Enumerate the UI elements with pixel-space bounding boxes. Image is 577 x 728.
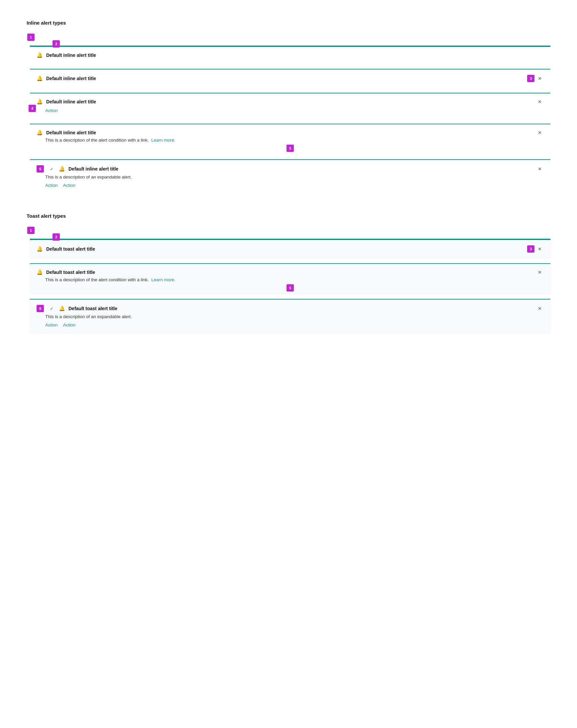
inline-alert-3: 🔔 Default inline alert title ✕ 4 Action (30, 93, 550, 118)
alert-title: Default toast alert title (69, 306, 117, 311)
alert-title: Default inline alert title (46, 53, 96, 58)
alert-actions: Action Action (36, 322, 544, 328)
inline-badge-2: 2 (53, 40, 60, 48)
alert-header: 6 ✓ 🔔 Default toast alert title ✕ (36, 305, 544, 312)
action-link-2[interactable]: Action (63, 183, 76, 188)
alert-description: This is a description of the alert condi… (36, 138, 544, 142)
alert-header: 🔔 Default toast alert title 3 ✕ (36, 245, 544, 253)
inline-alert-5: 6 ✓ 🔔 Default inline alert title ✕ This … (30, 159, 550, 193)
bell-icon: 🔔 (59, 166, 65, 172)
toast-badge-5: 5 (287, 284, 294, 291)
chevron-button[interactable]: ✓ (49, 166, 55, 172)
learn-more-link[interactable]: Learn more. (151, 138, 176, 142)
bell-icon: 🔔 (36, 246, 43, 252)
alert-title-row: 6 ✓ 🔔 Default inline alert title (36, 165, 118, 173)
alert-actions: 4 Action (36, 108, 544, 113)
toast-alert-1: 🔔 Default toast alert title 3 ✕ (30, 239, 550, 258)
alert-title-row: 🔔 Default toast alert title (36, 246, 95, 252)
action-link-1[interactable]: Action (45, 108, 58, 113)
alert-title: Default inline alert title (46, 99, 96, 104)
toast-tab-1[interactable] (30, 235, 50, 239)
inline-alert-2: 🔔 Default inline alert title 3 ✕ (30, 69, 550, 87)
toast-tab-2[interactable]: 2 (50, 235, 56, 239)
alert-header: 🔔 Default inline alert title (36, 52, 544, 58)
inline-tab-2[interactable]: 2 (50, 42, 56, 46)
action-link-2[interactable]: Action (63, 322, 76, 328)
alert-title: Default inline alert title (46, 76, 96, 81)
bell-icon: 🔔 (36, 99, 43, 105)
close-area: 3 ✕ (527, 75, 544, 82)
inline-badge-1: 1 (27, 33, 34, 41)
inline-alert-1: 🔔 Default inline alert title (30, 46, 550, 63)
alert-title-row: 🔔 Default inline alert title (36, 99, 96, 105)
toast-badge-6: 6 (36, 305, 44, 312)
alert-header: 🔔 Default inline alert title 3 ✕ (36, 75, 544, 82)
close-area: 3 ✕ (527, 245, 544, 253)
toast-badge-1: 1 (27, 227, 34, 234)
inline-tab-bar: 2 (30, 35, 550, 46)
alert-description: This is a description of an expandable a… (36, 175, 544, 180)
toast-badge-2: 2 (53, 233, 60, 241)
alert-title-row: 6 ✓ 🔔 Default toast alert title (36, 305, 117, 312)
alert-header: 🔔 Default toast alert title ✕ (36, 269, 544, 275)
inline-alert-4: 🔔 Default inline alert title ✕ This is a… (30, 124, 550, 154)
bell-icon: 🔔 (59, 306, 65, 311)
alert-header: 🔔 Default inline alert title ✕ (36, 99, 544, 105)
inline-section-title: Inline alert types (27, 20, 550, 26)
alert-title-row: 🔔 Default inline alert title (36, 130, 96, 136)
close-button[interactable]: ✕ (536, 306, 544, 311)
close-button[interactable]: ✕ (536, 246, 544, 252)
close-button[interactable]: ✕ (536, 99, 544, 105)
learn-more-link[interactable]: Learn more. (151, 277, 176, 282)
action-link-1[interactable]: Action (45, 183, 58, 188)
close-button[interactable]: ✕ (536, 130, 544, 136)
inline-badge-5: 5 (287, 145, 294, 152)
bell-icon: 🔔 (36, 52, 43, 58)
close-button[interactable]: ✕ (536, 269, 544, 275)
alert-header: 🔔 Default inline alert title ✕ (36, 130, 544, 136)
alert-title-row: 🔔 Default inline alert title (36, 75, 96, 81)
action-link-1[interactable]: Action (45, 322, 58, 328)
bell-icon: 🔔 (36, 130, 43, 136)
alert-description: This is a description of an expandable a… (36, 314, 544, 319)
toast-alert-3: 6 ✓ 🔔 Default toast alert title ✕ This i… (30, 299, 550, 333)
close-button[interactable]: ✕ (536, 75, 544, 81)
alert-header: 6 ✓ 🔔 Default inline alert title ✕ (36, 165, 544, 173)
toast-alert-2: 🔔 Default toast alert title ✕ This is a … (30, 263, 550, 293)
inline-badge-3: 3 (527, 75, 534, 82)
inline-badge-6: 6 (36, 165, 44, 173)
alert-title: Default toast alert title (46, 246, 95, 252)
alert-title: Default toast alert title (46, 269, 95, 275)
inline-section: Inline alert types 1 2 🔔 Default inline … (27, 20, 550, 193)
bell-icon: 🔔 (36, 269, 43, 275)
toast-section: Toast alert types 1 2 🔔 Default toast al… (27, 213, 550, 333)
toast-section-title: Toast alert types (27, 213, 550, 219)
chevron-button[interactable]: ✓ (49, 306, 55, 311)
toast-tab-bar: 2 (30, 228, 550, 239)
inline-tab-1[interactable] (30, 42, 50, 46)
alert-title: Default inline alert title (46, 130, 96, 135)
alert-title: Default inline alert title (69, 166, 118, 172)
alert-description: This is a description of the alert condi… (36, 277, 544, 282)
inline-badge-4: 4 (29, 105, 36, 112)
bell-icon: 🔔 (36, 75, 43, 81)
alert-title-row: 🔔 Default toast alert title (36, 269, 95, 275)
close-button[interactable]: ✕ (536, 166, 544, 172)
alert-title-row: 🔔 Default inline alert title (36, 52, 96, 58)
toast-badge-3: 3 (527, 245, 534, 253)
alert-actions: Action Action (36, 183, 544, 188)
